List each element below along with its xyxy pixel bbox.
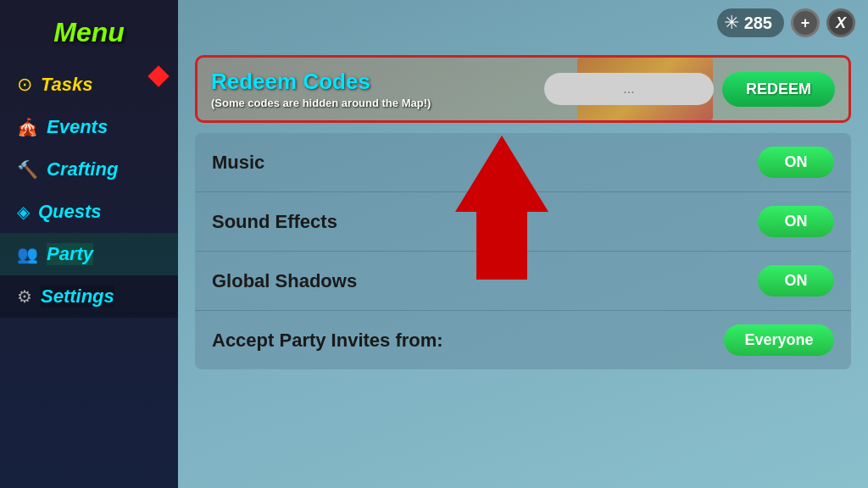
add-currency-button[interactable]: + [791, 8, 820, 37]
global-shadows-label: Global Shadows [212, 270, 357, 292]
main-content: ✳ 285 + X Redeem Codes (Some codes are h… [178, 0, 868, 488]
sound-effects-toggle-button[interactable]: ON [758, 206, 834, 237]
settings-rows: Music ON Sound Effects ON Global Shadows… [195, 133, 851, 369]
redeem-input-area: REDEEM [442, 72, 835, 107]
settings-row-music: Music ON [195, 133, 851, 192]
party-invites-dropdown-button[interactable]: Everyone [724, 324, 834, 356]
redeem-title: Redeem Codes [211, 69, 431, 95]
redeem-subtitle: (Some codes are hidden around the Map!) [211, 97, 431, 109]
close-button[interactable]: X [826, 8, 855, 37]
tasks-icon: ⊙ [17, 74, 32, 96]
sidebar: Menu ⊙ Tasks 🎪 Events 🔨 Crafting ◈ Quest… [0, 0, 178, 488]
sidebar-item-party[interactable]: 👥 Party [0, 233, 178, 275]
redeem-text-block: Redeem Codes (Some codes are hidden arou… [211, 69, 431, 109]
quests-icon: ◈ [17, 202, 30, 222]
notification-badge [147, 65, 169, 86]
sidebar-item-label-quests: Quests [38, 201, 102, 223]
global-shadows-toggle-button[interactable]: ON [758, 265, 834, 297]
party-icon: 👥 [17, 244, 38, 264]
redeem-code-input[interactable] [544, 73, 714, 105]
events-icon: 🎪 [17, 117, 38, 137]
sidebar-item-label-settings: Settings [41, 286, 114, 308]
redeem-button[interactable]: REDEEM [722, 72, 835, 107]
sidebar-item-label-events: Events [47, 116, 108, 138]
sidebar-item-label-party: Party [47, 243, 93, 265]
crafting-icon: 🔨 [17, 159, 38, 180]
redeem-section: Redeem Codes (Some codes are hidden arou… [195, 55, 851, 123]
sidebar-item-label-crafting: Crafting [47, 158, 118, 180]
sidebar-item-tasks[interactable]: ⊙ Tasks [0, 64, 178, 106]
music-toggle-button[interactable]: ON [758, 147, 834, 178]
music-label: Music [212, 152, 264, 174]
currency-icon: ✳ [724, 12, 739, 34]
top-bar: ✳ 285 + X [717, 8, 855, 37]
sidebar-item-crafting[interactable]: 🔨 Crafting [0, 148, 178, 191]
sidebar-title: Menu [0, 8, 178, 64]
party-invites-label: Accept Party Invites from: [212, 330, 443, 352]
sidebar-item-label-tasks: Tasks [41, 74, 93, 96]
settings-row-global-shadows: Global Shadows ON [195, 252, 851, 311]
app-container: Menu ⊙ Tasks 🎪 Events 🔨 Crafting ◈ Quest… [0, 0, 868, 488]
settings-icon: ⚙ [17, 286, 32, 307]
settings-row-sound-effects: Sound Effects ON [195, 192, 851, 252]
settings-row-party-invites: Accept Party Invites from: Everyone [195, 311, 851, 369]
sidebar-item-events[interactable]: 🎪 Events [0, 106, 178, 148]
sound-effects-label: Sound Effects [212, 211, 337, 233]
sidebar-item-quests[interactable]: ◈ Quests [0, 191, 178, 233]
sidebar-item-settings[interactable]: ⚙ Settings [0, 275, 178, 318]
currency-display: ✳ 285 [717, 8, 784, 37]
currency-amount: 285 [744, 14, 772, 33]
